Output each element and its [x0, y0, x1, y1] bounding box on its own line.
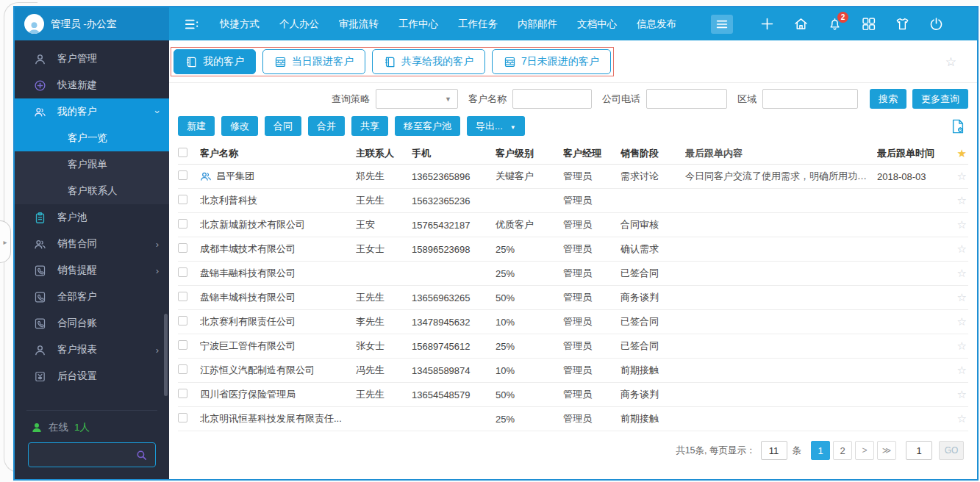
row-checkbox[interactable] [178, 243, 187, 253]
collapse-menu-icon[interactable] [184, 18, 200, 31]
table-row-10[interactable]: 四川省医疗保险管理局王先生1365454857950%管理员商务谈判☆ [178, 383, 968, 407]
top-menu-item-6[interactable]: 内部邮件 [518, 18, 557, 31]
bell-icon[interactable]: 2 [827, 16, 843, 32]
customer-name: 盘锦丰融科技有限公司 [200, 267, 296, 280]
top-menu-item-7[interactable]: 文档中心 [577, 18, 617, 31]
sidebar-item-my-customers[interactable]: 我的客户› [15, 98, 169, 125]
top-menu-item-8[interactable]: 信息发布 [637, 18, 676, 31]
tab-2[interactable]: 当日跟进客户 [262, 49, 365, 74]
company-phone-input[interactable] [646, 89, 727, 109]
plus-icon[interactable] [759, 16, 775, 32]
star-filled-icon[interactable]: ★ [957, 147, 967, 159]
sidebar-search-input[interactable] [36, 450, 135, 461]
row-checkbox[interactable] [178, 267, 187, 277]
row-checkbox[interactable] [178, 364, 187, 374]
star-outline-icon[interactable]: ☆ [957, 170, 967, 182]
star-outline-icon[interactable]: ☆ [957, 242, 967, 255]
top-menu-item-2[interactable]: 个人办公 [279, 18, 319, 31]
page-button-2[interactable]: 2 [833, 441, 852, 460]
manager-cell: 管理员 [563, 388, 620, 401]
tab-4[interactable]: 7日未跟进的客户 [492, 49, 611, 74]
top-menu-item-3[interactable]: 审批流转 [339, 18, 379, 31]
action-button-1[interactable]: 新建 [178, 116, 215, 136]
table-row-4[interactable]: 成都丰城技术有限公司王女士1589652369825%管理员确认需求☆ [178, 237, 968, 262]
select-all-checkbox[interactable] [178, 148, 187, 157]
top-menu-item-4[interactable]: 工作中心 [398, 18, 438, 31]
row-checkbox[interactable] [178, 413, 187, 422]
sidebar-item-sales-reminder[interactable]: 销售提醒› [15, 257, 169, 284]
star-outline-icon[interactable]: ☆ [957, 267, 967, 279]
row-checkbox[interactable] [178, 316, 187, 325]
user-menu[interactable]: 管理员 -办公室 [15, 7, 169, 40]
theme-shirt-icon[interactable] [895, 16, 910, 32]
table-row-6[interactable]: 盘锦丰城科技有限公司王先生1365696326550%管理员商务谈判☆ [178, 286, 968, 310]
action-button-3[interactable]: 合同 [265, 116, 301, 136]
sidebar-item-backend-settings[interactable]: 后台设置 [15, 363, 169, 389]
search-icon[interactable] [135, 449, 148, 461]
file-settings-icon[interactable] [951, 118, 965, 134]
customer-name: 江苏恒义汽配制造有限公司 [200, 364, 315, 377]
export-button[interactable]: 导出...▼ [467, 116, 525, 136]
go-button[interactable]: GO [939, 441, 964, 460]
sidebar-item-customer-follow[interactable]: 客户跟单 [15, 151, 169, 178]
row-checkbox[interactable] [178, 170, 187, 180]
last-page-button[interactable]: ≫ [877, 441, 896, 460]
row-checkbox[interactable] [178, 340, 187, 350]
row-checkbox[interactable] [178, 219, 187, 229]
customer-name-input[interactable] [512, 89, 592, 109]
more-menu-button[interactable] [711, 15, 733, 34]
star-outline-icon[interactable]: ☆ [957, 194, 967, 206]
apps-grid-icon[interactable] [861, 16, 876, 32]
more-query-button[interactable]: 更多查询 [912, 89, 968, 109]
power-icon[interactable] [929, 16, 944, 32]
table-row-7[interactable]: 北京赛利有限责任公司李先生1347894563210%管理员已签合同☆ [178, 310, 968, 334]
action-button-5[interactable]: 共享 [351, 116, 388, 136]
sidebar-item-quick-create[interactable]: 快速新建 [15, 72, 169, 98]
table-row-11[interactable]: 北京明讯恒基科技发展有限责任...25%管理员前期接触☆ [178, 407, 968, 431]
sidebar-item-sales-contract[interactable]: 销售合同› [15, 231, 169, 257]
star-outline-icon[interactable]: ☆ [957, 339, 967, 352]
action-button-2[interactable]: 修改 [221, 116, 258, 136]
unit-label: 条 [793, 445, 802, 457]
goto-page-input[interactable] [906, 441, 932, 460]
star-outline-icon[interactable]: ☆ [957, 291, 967, 303]
action-button-6[interactable]: 移至客户池 [395, 116, 460, 136]
sidebar-item-customer-pool[interactable]: 客户池 [15, 204, 169, 231]
row-checkbox[interactable] [178, 389, 187, 398]
search-button[interactable]: 搜索 [870, 89, 906, 109]
sidebar-item-customer-contacts[interactable]: 客户联系人 [15, 178, 169, 204]
region-input[interactable] [762, 89, 858, 109]
next-page-button[interactable]: > [855, 441, 874, 460]
sidebar-scrollbar[interactable] [164, 314, 168, 396]
top-menu-item-5[interactable]: 工作任务 [458, 18, 498, 31]
strategy-select[interactable]: ▼ [376, 89, 458, 109]
sidebar-item-customer-list[interactable]: 客户一览 [15, 125, 169, 151]
star-outline-icon[interactable]: ☆ [957, 218, 967, 231]
tab-3[interactable]: 共享给我的客户 [372, 49, 485, 74]
table-row-2[interactable]: 北京利普科技王先生15632365236管理员☆ [178, 189, 968, 213]
row-checkbox[interactable] [178, 292, 187, 301]
star-outline-icon[interactable]: ☆ [957, 412, 967, 425]
top-menu-item-1[interactable]: 快捷方式 [220, 18, 260, 31]
sidebar-collapse-handle[interactable]: ▸ [0, 220, 11, 263]
table-row-9[interactable]: 江苏恒义汽配制造有限公司冯先生1345858987410%管理员前期接触☆ [178, 359, 968, 383]
table-row-3[interactable]: 北京新城新技术有限公司王安15765432187优质客户管理员合同审核☆ [178, 213, 968, 237]
sidebar-item-customer-management[interactable]: 客户管理 [15, 46, 169, 72]
star-outline-icon[interactable]: ☆ [957, 364, 967, 376]
tab-1[interactable]: 我的客户 [174, 49, 256, 74]
row-checkbox[interactable] [178, 195, 187, 204]
star-outline-icon[interactable]: ☆ [957, 388, 967, 400]
sidebar-item-all-customers[interactable]: 全部客户 [15, 284, 169, 310]
sidebar-item-customer-reports[interactable]: 客户报表› [15, 337, 169, 363]
page-size-input[interactable] [761, 441, 787, 460]
star-outline-icon[interactable]: ☆ [957, 315, 967, 328]
table-row-1[interactable]: 昌平集团郑先生13652365896关键客户管理员需求讨论今日同客户交流了使用需… [178, 165, 968, 189]
home-icon[interactable] [793, 16, 809, 32]
page-button-1[interactable]: 1 [811, 441, 830, 460]
phone-cell: 13478945632 [412, 317, 496, 328]
table-row-5[interactable]: 盘锦丰融科技有限公司25%管理员已签合同☆ [178, 262, 968, 286]
action-button-4[interactable]: 合并 [308, 116, 345, 136]
sidebar-item-contract-ledger[interactable]: 合同台账 [15, 310, 169, 337]
favorite-star-icon[interactable]: ☆ [945, 54, 967, 70]
table-row-8[interactable]: 宁波巨工管件有限公司张女士1568974561225%管理员已签合同☆ [178, 334, 968, 359]
